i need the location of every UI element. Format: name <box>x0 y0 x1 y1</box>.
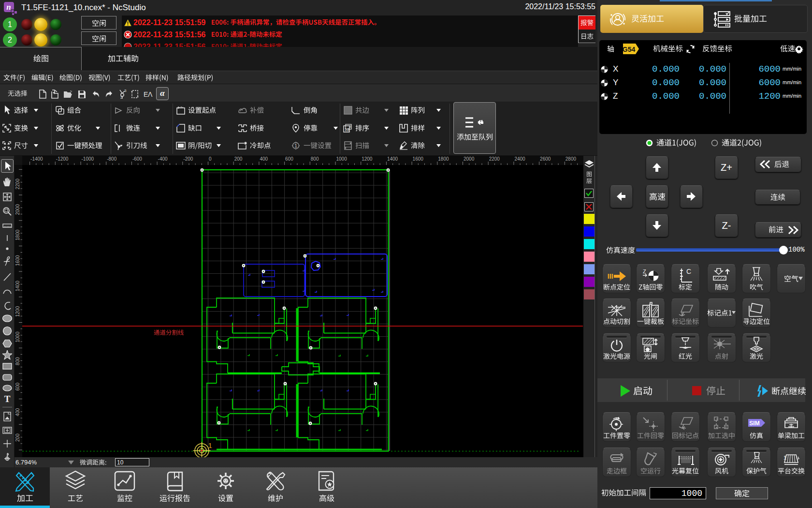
svg-text:3: 3 <box>349 124 351 129</box>
svg-text:1: 1 <box>783 455 786 461</box>
svg-text:G54: G54 <box>623 45 636 53</box>
svg-text:Λ: Λ <box>148 90 153 98</box>
svg-text:1: 1 <box>294 143 297 149</box>
svg-text:n: n <box>6 2 11 12</box>
svg-text:C: C <box>686 268 691 275</box>
svg-text:1: 1 <box>208 441 212 449</box>
svg-text:3: 3 <box>124 89 127 93</box>
svg-text:Z: Z <box>643 269 646 274</box>
svg-text:SIM: SIM <box>749 420 759 427</box>
svg-text:2: 2 <box>120 95 123 100</box>
svg-text:E: E <box>144 90 148 98</box>
